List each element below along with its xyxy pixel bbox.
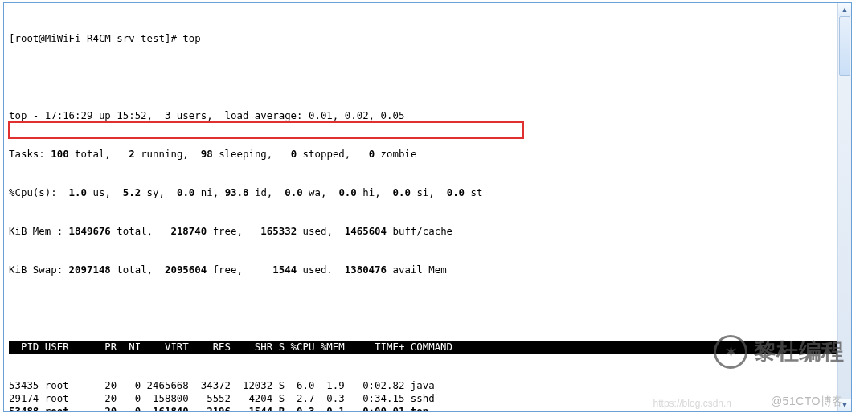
process-table-body: 53435 root 20 0 2465668 34372 12032 S 6.…	[9, 379, 838, 411]
top-summary-mem: KiB Mem : 1849676 total, 218740 free, 16…	[9, 225, 838, 238]
scrollbar-track[interactable]	[838, 16, 851, 399]
shell-prompt-line: [root@MiWiFi-R4CM-srv test]# top	[9, 32, 838, 45]
process-table-header[interactable]: PID USER PR NI VIRT RES SHR S %CPU %MEM …	[9, 341, 838, 354]
top-summary-tasks: Tasks: 100 total, 2 running, 98 sleeping…	[9, 148, 838, 161]
top-summary-cpu: %Cpu(s): 1.0 us, 5.2 sy, 0.0 ni, 93.8 id…	[9, 186, 838, 199]
blank-line	[9, 71, 838, 84]
scrollbar-thumb[interactable]	[839, 16, 850, 76]
process-row[interactable]: 29174 root 20 0 158800 5552 4204 S 2.7 0…	[9, 392, 838, 405]
prompt-text: [root@MiWiFi-R4CM-srv test]# top	[9, 32, 201, 44]
vertical-scrollbar[interactable]: ▲ ▼	[837, 3, 851, 411]
top-summary-uptime: top - 17:16:29 up 15:52, 3 users, load a…	[9, 109, 838, 122]
scroll-down-arrow-icon[interactable]: ▼	[838, 399, 851, 411]
top-summary-swap: KiB Swap: 2097148 total, 2095604 free, 1…	[9, 264, 838, 276]
terminal-frame: [root@MiWiFi-R4CM-srv test]# top top - 1…	[3, 2, 852, 412]
process-row[interactable]: 53435 root 20 0 2465668 34372 12032 S 6.…	[9, 379, 838, 392]
blank-line	[9, 302, 838, 315]
terminal-viewport[interactable]: [root@MiWiFi-R4CM-srv test]# top top - 1…	[4, 3, 838, 411]
scroll-up-arrow-icon[interactable]: ▲	[838, 3, 851, 16]
process-row[interactable]: 53488 root 20 0 161840 2196 1544 R 0.3 0…	[9, 405, 838, 411]
